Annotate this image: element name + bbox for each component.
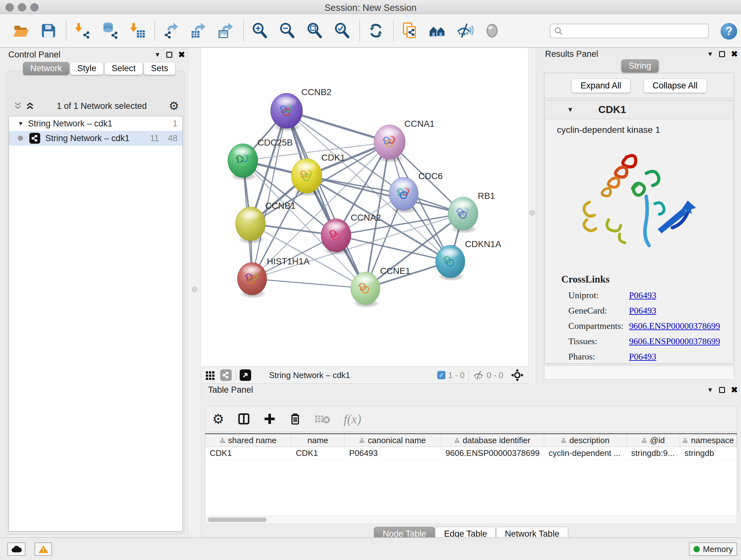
float-panel-icon[interactable] (719, 387, 725, 393)
control-panel-title: Control Panel (8, 50, 61, 60)
expand-all-icon[interactable] (25, 102, 35, 110)
export-image-icon[interactable] (217, 22, 235, 40)
search-input[interactable] (566, 26, 700, 36)
crosslink-link[interactable]: P06493 (629, 352, 657, 362)
float-panel-icon[interactable] (166, 52, 172, 58)
columns-icon[interactable] (237, 412, 251, 426)
table-cell[interactable]: stringdb:9... (627, 447, 680, 459)
network-edge[interactable] (336, 235, 450, 261)
splitter-handle[interactable] (529, 210, 535, 215)
float-panel-icon[interactable] (719, 51, 725, 57)
gear-icon[interactable]: ⚙ (212, 411, 224, 427)
save-session-icon[interactable] (40, 22, 57, 40)
export-table-icon[interactable] (190, 22, 207, 40)
right-splitter[interactable] (528, 48, 536, 384)
table-cell[interactable]: P06493 (345, 447, 441, 459)
network-edge[interactable] (252, 279, 365, 288)
collapse-panel-icon[interactable]: ▼ (707, 51, 713, 58)
crosslink-row: Uniprot:P06493 (561, 290, 733, 300)
network-collection-row[interactable]: ▼ String Network – cdk1 1 (9, 116, 183, 131)
network-canvas[interactable]: CCNB2CCNA1CDC25BCDK1CDC6RB1CCNB1CCNA2CDK… (201, 48, 528, 367)
search-field[interactable] (550, 23, 709, 38)
help-button[interactable]: ? (721, 23, 737, 40)
add-column-icon[interactable] (263, 413, 276, 425)
column-header[interactable]: description (544, 434, 627, 447)
import-network-database-icon[interactable] (101, 22, 119, 40)
column-header[interactable]: namespace (680, 434, 737, 447)
cloud-button[interactable] (7, 543, 25, 556)
splitter-handle[interactable] (192, 287, 197, 292)
close-panel-icon[interactable]: ✖ (178, 50, 185, 60)
crosshair-icon[interactable] (510, 368, 524, 382)
footer-separator (235, 369, 236, 381)
scrollbar-thumb[interactable] (208, 517, 266, 522)
tab-select[interactable]: Select (105, 62, 143, 75)
import-network-file-icon[interactable] (73, 22, 91, 40)
close-panel-icon[interactable]: ✖ (731, 49, 738, 59)
trash-icon[interactable] (289, 412, 301, 426)
open-session-icon[interactable] (12, 22, 30, 40)
collapse-panel-icon[interactable]: ▼ (707, 386, 713, 394)
table-cell[interactable]: stringdb (680, 447, 737, 459)
crosslink-label: Pharos: (568, 352, 629, 362)
cloud-icon (11, 545, 22, 553)
collapse-all-icon[interactable] (13, 102, 23, 110)
crosslink-link[interactable]: 9606.ENSP00000378699 (629, 321, 720, 331)
crosslink-link[interactable]: P06493 (629, 306, 657, 316)
clone-network-icon[interactable] (401, 22, 419, 40)
tab-sets[interactable]: Sets (144, 62, 176, 75)
checkbox-icon[interactable]: ✓ (437, 371, 446, 379)
gear-icon[interactable]: ⚙ (169, 99, 179, 113)
warning-button[interactable] (35, 543, 52, 556)
share-icon[interactable] (220, 369, 232, 381)
memory-label: Memory (703, 544, 733, 554)
import-table-file-icon[interactable] (128, 22, 146, 40)
houses-icon[interactable] (428, 22, 446, 40)
footer-separator (468, 369, 469, 381)
column-header[interactable]: name (291, 434, 345, 447)
gene-section-header[interactable]: ▼ CDK1 (545, 101, 733, 119)
protein-structure-image (567, 148, 704, 263)
collapse-panel-icon[interactable]: ▼ (154, 51, 160, 58)
column-header[interactable]: database identifier (441, 434, 544, 447)
network-edge[interactable] (252, 111, 286, 279)
close-panel-icon[interactable]: ✖ (731, 385, 738, 395)
grid-icon[interactable] (205, 370, 216, 381)
network-row[interactable]: String Network – cdk1 11 48 (9, 131, 183, 145)
collapse-all-button[interactable]: Collapse All (643, 78, 707, 93)
zoom-selected-icon[interactable] (333, 22, 351, 40)
column-type-icon (642, 438, 647, 443)
refresh-view-icon[interactable] (367, 22, 385, 40)
network-edge[interactable] (252, 213, 463, 279)
external-link-icon[interactable] (240, 369, 251, 381)
tab-string[interactable]: String (621, 59, 659, 72)
column-header[interactable]: canonical name (345, 434, 441, 447)
crosslinks-block: CrossLinks Uniprot:P06493GeneCard:P06493… (561, 273, 733, 362)
export-network-icon[interactable] (162, 22, 180, 40)
tab-network[interactable]: Network (23, 62, 69, 75)
column-header[interactable]: @id (627, 434, 680, 447)
zoom-in-icon[interactable] (251, 22, 269, 40)
table-cell[interactable]: 9606.ENSP00000378699 (441, 447, 544, 459)
horizontal-scrollbar[interactable] (205, 516, 737, 524)
memory-button[interactable]: Memory (689, 543, 737, 556)
table-cell[interactable]: CDK1 (291, 447, 345, 459)
table-cell[interactable]: CDK1 (205, 447, 291, 459)
crosslink-link[interactable]: P06493 (629, 290, 657, 300)
chevron-down-icon[interactable]: ▼ (567, 106, 574, 113)
zoom-out-icon[interactable] (278, 22, 296, 40)
network-label: String Network – cdk1 (45, 133, 130, 143)
expand-all-button[interactable]: Expand All (571, 78, 630, 93)
eye-slash-icon[interactable] (456, 22, 474, 40)
left-splitter[interactable] (188, 48, 201, 537)
eye-slash-icon[interactable] (473, 370, 484, 380)
table-cell[interactable]: cyclin-dependent ... (544, 447, 627, 459)
crosslink-link[interactable]: 9606.ENSP00000378699 (629, 336, 720, 347)
table-panel: Table Panel ▼ ✖ ⚙ f(x) shared na (201, 384, 741, 537)
tab-style[interactable]: Style (70, 62, 104, 75)
table-row[interactable]: CDK1CDK1P064939606.ENSP00000378699cyclin… (205, 447, 737, 460)
column-header[interactable]: shared name (205, 434, 291, 447)
chevron-down-icon[interactable]: ▼ (18, 120, 23, 127)
toolbar-separator (393, 20, 394, 41)
zoom-fit-icon[interactable] (306, 22, 324, 40)
